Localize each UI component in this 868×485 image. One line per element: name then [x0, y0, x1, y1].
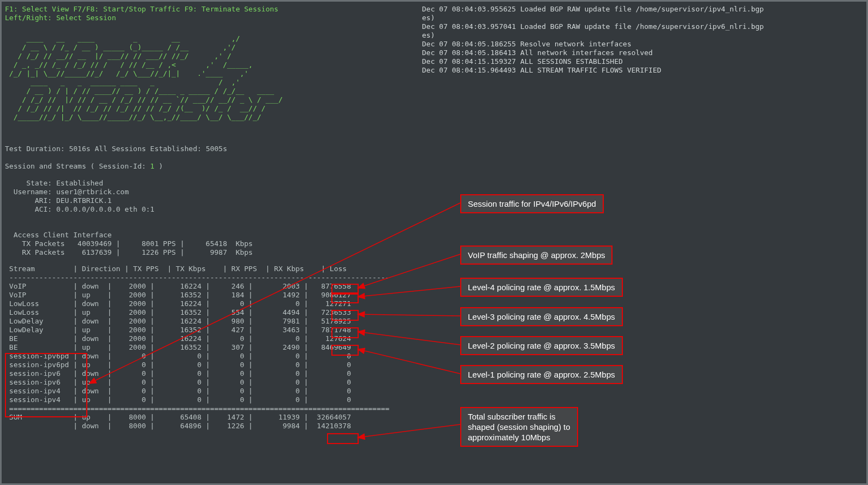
- highlight-box-rxkbps-2490: [331, 345, 359, 356]
- help-line-2: Left/Right: Select Session: [5, 14, 116, 22]
- annotation-session-traffic: Session traffic for IPv4/IPv6/IPv6pd: [460, 194, 604, 213]
- session-id-value: 1: [150, 162, 154, 170]
- log-output: Dec 07 08:04:03.955625 Loaded BGP RAW up…: [422, 5, 764, 75]
- annotation-total: Total subscriber traffic is shaped (sess…: [460, 407, 578, 447]
- annotation-voip: VoIP traffic shaping @ approx. 2Mbps: [460, 246, 613, 265]
- annotation-level1: Level-1 policing rate @ approx. 2.5Mbps: [460, 365, 623, 384]
- annotation-level4: Level-4 policing rate @ approx. 1.5Mbps: [460, 278, 623, 297]
- highlight-box-sum-9984: [327, 433, 359, 444]
- highlight-box-rxkbps-1492: [331, 292, 359, 303]
- access-client-block: Access Client Interface TX Packets 40039…: [5, 231, 253, 257]
- session-header-prefix: Session and Streams ( Session-Id:: [5, 162, 146, 170]
- annotation-level2: Level-2 policing rate @ approx. 3.5Mbps: [460, 336, 623, 355]
- test-duration-label: Test Duration:: [5, 145, 65, 153]
- highlight-box-rxkbps-4494: [331, 310, 359, 321]
- terminal-window: F1: Select View F7/F8: Start/Stop Traffi…: [0, 0, 868, 485]
- highlight-box-rxkbps-3463: [331, 327, 359, 338]
- ascii-logo: ____ __ ____ _ __ ,/ / __ \ / /_ / __ ) …: [5, 34, 283, 122]
- help-line-1: F1: Select View F7/F8: Start/Stop Traffi…: [5, 5, 278, 14]
- session-state-block: State: Established Username: user1@rtbri…: [5, 179, 154, 214]
- annotation-level3: Level-3 policing rate @ approx. 4.5Mbps: [460, 307, 623, 326]
- sessions-est-value: 5005s: [206, 145, 227, 153]
- session-header: Session and Streams ( Session-Id: 1 ): [5, 162, 163, 171]
- test-duration-value: 5016s: [69, 145, 90, 153]
- duration-line: Test Duration: 5016s All Sessions Establ…: [5, 145, 227, 153]
- session-header-suffix: ): [159, 162, 163, 170]
- highlight-box-session-streams: [5, 353, 87, 417]
- sessions-est-label: All Sessions Established:: [94, 145, 201, 153]
